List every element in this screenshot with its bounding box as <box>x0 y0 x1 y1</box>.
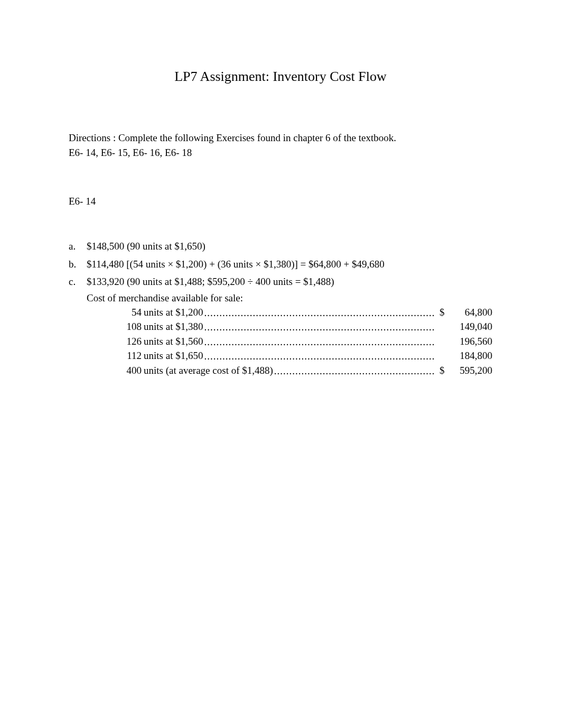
answer-c-marker: c. <box>69 274 87 289</box>
cost-line-label: units at $1,200 <box>144 305 203 320</box>
cost-line-qty: 126 <box>119 334 144 349</box>
leader-dots: ........................................… <box>203 349 434 364</box>
cost-line-label: units at $1,380 <box>144 319 203 334</box>
cost-line: 108 units at $1,380 ....................… <box>119 319 492 334</box>
cost-line: 54 units at $1,200 .....................… <box>119 305 492 320</box>
answer-c-text: $133,920 (90 units at $1,488; $595,200 ÷… <box>87 274 492 289</box>
cost-line-amount: $64,800 <box>434 305 492 320</box>
leader-dots: ........................................… <box>203 335 434 349</box>
leader-dots: ........................................… <box>273 364 434 379</box>
answer-a: a. $148,500 (90 units at $1,650) <box>69 239 492 254</box>
cost-line: 126 units at $1,560 ....................… <box>119 334 492 349</box>
answer-b-marker: b. <box>69 257 87 272</box>
cost-subhead: Cost of merchandise available for sale: <box>87 292 492 304</box>
cost-line-qty: 112 <box>119 348 144 363</box>
exercise-refs: E6- 14, E6- 15, E6- 16, E6- 18 <box>69 147 492 159</box>
answer-a-marker: a. <box>69 239 87 254</box>
cost-line-qty: 400 <box>119 363 144 378</box>
answer-a-text: $148,500 (90 units at $1,650) <box>87 239 492 254</box>
cost-line-amount: 196,560 <box>434 334 492 349</box>
directions-text: Directions : Complete the following Exer… <box>69 132 492 144</box>
cost-line-amount: 149,040 <box>434 319 492 334</box>
leader-dots: ........................................… <box>203 320 434 335</box>
cost-line-qty: 108 <box>119 319 144 334</box>
answer-b: b. $114,480 [(54 units × $1,200) + (36 u… <box>69 257 492 272</box>
answer-b-text: $114,480 [(54 units × $1,200) + (36 unit… <box>87 257 492 272</box>
cost-line-amount: $595,200 <box>434 363 492 378</box>
cost-line-label: units (at average cost of $1,488) <box>144 363 273 378</box>
section-label: E6- 14 <box>69 196 492 207</box>
answer-c: c. $133,920 (90 units at $1,488; $595,20… <box>69 274 492 289</box>
cost-line-label: units at $1,650 <box>144 348 203 363</box>
cost-line-label: units at $1,560 <box>144 334 203 349</box>
cost-line-amount: 184,800 <box>434 348 492 363</box>
cost-line-qty: 54 <box>119 305 144 320</box>
cost-line: 400 units (at average cost of $1,488) ..… <box>119 363 492 378</box>
cost-line: 112 units at $1,650 ....................… <box>119 348 492 363</box>
page-title: LP7 Assignment: Inventory Cost Flow <box>69 69 492 85</box>
leader-dots: ........................................… <box>203 306 434 320</box>
